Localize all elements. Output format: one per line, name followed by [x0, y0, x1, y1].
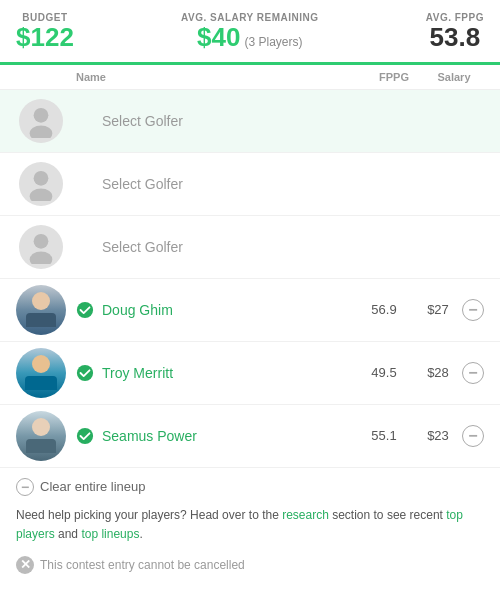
avatar-seamus — [16, 411, 66, 461]
player-slot-4: Doug Ghim 56.9 $27 − — [0, 279, 500, 342]
avg-salary-block: AVG. SALARY REMAINING $40 (3 Players) — [181, 12, 319, 52]
player-slot-1[interactable]: Select Golfer — [0, 90, 500, 153]
slot-5-fppg: 49.5 — [354, 365, 414, 380]
slot-5-name[interactable]: Troy Merritt — [102, 365, 354, 381]
table-header: Name FPPG Salary — [0, 65, 500, 90]
slot-3-name: Select Golfer — [102, 239, 364, 255]
slot-4-salary: $27 — [414, 302, 462, 317]
player-slot-5: Troy Merritt 49.5 $28 − — [0, 342, 500, 405]
help-text-3: and — [55, 527, 82, 541]
help-text-4: . — [139, 527, 142, 541]
svg-point-1 — [30, 125, 53, 137]
slot-1-name: Select Golfer — [102, 113, 364, 129]
avatar-1 — [16, 96, 66, 146]
help-text-1: Need help picking your players? Head ove… — [16, 508, 282, 522]
slot-5-salary: $28 — [414, 365, 462, 380]
slot-6-salary: $23 — [414, 428, 462, 443]
slot-4-fppg: 56.9 — [354, 302, 414, 317]
avg-fppg-value: 53.8 — [430, 23, 481, 52]
avatar-3 — [16, 222, 66, 272]
col-salary-header: Salary — [424, 71, 484, 83]
col-fppg-header: FPPG — [364, 71, 424, 83]
svg-point-2 — [34, 171, 49, 186]
avg-salary-sub: (3 Players) — [244, 35, 302, 49]
svg-point-8 — [77, 427, 93, 443]
checkmark-doug — [76, 301, 94, 319]
avg-fppg-block: AVG. FPPG 53.8 — [426, 12, 484, 52]
svg-point-0 — [34, 108, 49, 123]
slot-4-name[interactable]: Doug Ghim — [102, 302, 354, 318]
remove-seamus-button[interactable]: − — [462, 425, 484, 447]
budget-value: $122 — [16, 23, 74, 52]
checkmark-troy — [76, 364, 94, 382]
svg-point-5 — [30, 251, 53, 263]
svg-point-3 — [30, 188, 53, 200]
remove-troy-button[interactable]: − — [462, 362, 484, 384]
svg-point-4 — [34, 234, 49, 249]
clear-lineup-button[interactable]: − Clear entire lineup — [16, 478, 484, 496]
research-link[interactable]: research — [282, 508, 329, 522]
avg-salary-value: $40 — [197, 23, 240, 52]
slot-6-fppg: 55.1 — [354, 428, 414, 443]
clear-lineup-label: Clear entire lineup — [40, 479, 146, 494]
player-slot-3[interactable]: Select Golfer — [0, 216, 500, 279]
slot-2-name: Select Golfer — [102, 176, 364, 192]
player-slot-6: Seamus Power 55.1 $23 − — [0, 405, 500, 468]
slot-6-name[interactable]: Seamus Power — [102, 428, 354, 444]
svg-point-7 — [77, 364, 93, 380]
help-text-block: Need help picking your players? Head ove… — [16, 506, 484, 544]
clear-icon: − — [16, 478, 34, 496]
avatar-2 — [16, 159, 66, 209]
cancel-icon: ✕ — [16, 556, 34, 574]
svg-point-6 — [77, 301, 93, 317]
avatar-doug — [16, 285, 66, 335]
cancel-notice: ✕ This contest entry cannot be cancelled — [16, 556, 484, 574]
remove-doug-button[interactable]: − — [462, 299, 484, 321]
cancel-notice-text: This contest entry cannot be cancelled — [40, 558, 245, 572]
footer: − Clear entire lineup Need help picking … — [0, 468, 500, 584]
top-lineups-link[interactable]: top lineups — [81, 527, 139, 541]
budget-block: BUDGET $122 — [16, 12, 74, 52]
avatar-troy — [16, 348, 66, 398]
checkmark-seamus — [76, 427, 94, 445]
stats-bar: BUDGET $122 AVG. SALARY REMAINING $40 (3… — [0, 0, 500, 65]
player-slot-2[interactable]: Select Golfer — [0, 153, 500, 216]
help-text-2: section to see recent — [329, 508, 446, 522]
col-name-header: Name — [16, 71, 364, 83]
